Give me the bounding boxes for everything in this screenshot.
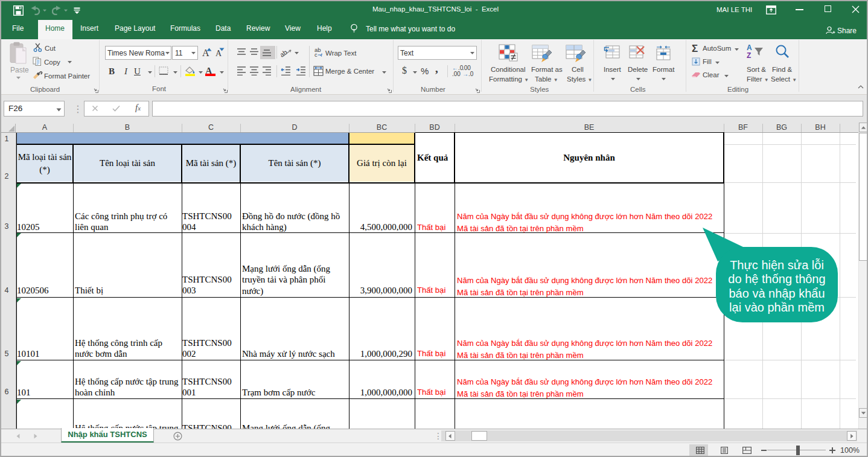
svg-text:c: c — [314, 51, 318, 57]
